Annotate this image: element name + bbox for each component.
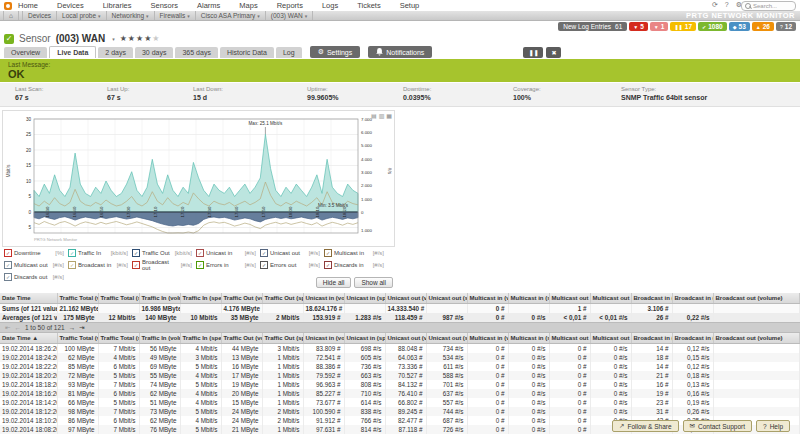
prtg-logo-icon[interactable] bbox=[4, 2, 12, 10]
column-header-traffic-in-volume[interactable]: Traffic In (volume) bbox=[139, 293, 180, 304]
menu-item-maps[interactable]: Maps bbox=[239, 1, 257, 10]
checkbox-multicast-in[interactable]: ✓ bbox=[324, 249, 332, 257]
column-header-multicast-out-volume[interactable]: Multicast out (volume) bbox=[549, 293, 590, 304]
column-header-unicast-out-volume[interactable]: Unicast out (volume) bbox=[385, 293, 426, 304]
column-header-unicast-out-speed[interactable]: Unicast out (speed) bbox=[426, 333, 467, 344]
tab-log[interactable]: Log bbox=[276, 47, 302, 58]
column-header-traffic-out-speed[interactable]: Traffic Out (speed) bbox=[262, 333, 303, 344]
breadcrumb-item-firewalls[interactable]: Firewalls▾ bbox=[155, 11, 196, 20]
column-header-traffic-out-speed[interactable]: Traffic Out (speed) bbox=[262, 293, 303, 304]
tab-2-days[interactable]: 2 days bbox=[98, 47, 133, 58]
priority-star[interactable]: ★ bbox=[128, 34, 136, 43]
refresh-icon[interactable]: ⟳ bbox=[712, 1, 718, 9]
next-page-button[interactable]: → bbox=[69, 324, 76, 331]
status-badge[interactable]: ?12 bbox=[776, 22, 796, 31]
first-page-button[interactable]: ⇤ bbox=[5, 324, 10, 332]
status-badge[interactable]: ◆53 bbox=[729, 22, 750, 31]
tab-overview[interactable]: Overview bbox=[4, 47, 47, 58]
priority-star[interactable]: ★ bbox=[120, 34, 128, 43]
column-header-multicast-out-speed[interactable]: Multicast out (speed) bbox=[590, 333, 631, 344]
popout-icon[interactable]: ▦ bbox=[386, 112, 392, 119]
column-header-multicast-in-speed[interactable]: Multicast in (speed) bbox=[508, 333, 549, 344]
column-header-traffic-in-speed[interactable]: Traffic In (speed) bbox=[180, 293, 221, 304]
checkbox-broadcast-out[interactable]: ✓ bbox=[132, 261, 140, 269]
column-header-unicast-in-speed[interactable]: Unicast in (speed) bbox=[344, 333, 385, 344]
tab-30-days[interactable]: 30 days bbox=[135, 47, 174, 58]
notifications-button[interactable]: Notifications bbox=[368, 46, 432, 58]
show-all-button[interactable]: Show all bbox=[354, 277, 393, 288]
new-log-entries-button[interactable]: New Log Entries 61 bbox=[558, 22, 627, 31]
breadcrumb-item-networking[interactable]: Networking▾ bbox=[107, 11, 155, 20]
column-header-multicast-in-volume[interactable]: Multicast in (volume) bbox=[467, 333, 508, 344]
status-badge[interactable]: ▲26 bbox=[752, 22, 774, 31]
column-header-traffic-total-speed[interactable]: Traffic Total (speed) bbox=[98, 293, 139, 304]
menu-item-sensors[interactable]: Sensors bbox=[150, 1, 178, 10]
chevron-down-icon[interactable]: ▾ bbox=[112, 36, 115, 42]
column-header-broadcast-in-volume[interactable]: Broadcast in (volume) bbox=[631, 293, 672, 304]
prev-page-button[interactable]: ← bbox=[14, 324, 21, 331]
breadcrumb-item-devices[interactable]: Devices bbox=[22, 11, 57, 20]
status-badge[interactable]: ✔1080 bbox=[698, 22, 727, 31]
priority-star[interactable]: ★ bbox=[136, 34, 144, 43]
column-header-broadcast-in-speed[interactable]: Broadcast in (speed) bbox=[672, 333, 713, 344]
follow-share-button[interactable]: ↗Follow & Share bbox=[612, 420, 679, 432]
menu-item-reports[interactable]: Reports bbox=[277, 1, 303, 10]
column-header-multicast-in-speed[interactable]: Multicast in (speed) bbox=[508, 293, 549, 304]
help-button[interactable]: ?Help bbox=[756, 420, 790, 432]
column-header-broadcast-out-volume[interactable]: Broadcast out (volume) bbox=[713, 293, 800, 304]
column-header-broadcast-in-speed[interactable]: Broadcast in (speed) bbox=[672, 293, 713, 304]
menu-item-home[interactable]: Home bbox=[18, 1, 38, 10]
breadcrumb-item-003-wan[interactable]: (003) WAN▾ bbox=[266, 11, 313, 20]
column-header-multicast-in-volume[interactable]: Multicast in (volume) bbox=[467, 293, 508, 304]
checkbox-unicast-in[interactable]: ✓ bbox=[196, 249, 204, 257]
column-header-multicast-out-volume[interactable]: Multicast out (volume) bbox=[549, 333, 590, 344]
column-header-broadcast-out-volume[interactable]: Broadcast out (volume) bbox=[713, 333, 800, 344]
column-header-traffic-total-volume[interactable]: Traffic Total (volume) bbox=[57, 293, 98, 304]
column-header-date-time[interactable]: Date Time ▲ bbox=[0, 333, 57, 344]
checkbox-multicast-out[interactable]: ✓ bbox=[4, 261, 12, 269]
menu-item-libraries[interactable]: Libraries bbox=[103, 1, 132, 10]
home-icon[interactable]: ⌂ bbox=[3, 11, 19, 20]
checkbox-errors-in[interactable]: ✓ bbox=[196, 261, 204, 269]
checkbox-discards-out[interactable]: ✓ bbox=[4, 273, 12, 281]
column-header-traffic-out-volume[interactable]: Traffic Out (volume) bbox=[221, 333, 262, 344]
column-header-date-time[interactable]: Date Time bbox=[0, 293, 57, 304]
live-graph[interactable]: 05101520253051.0002.0003.0004.0005.0006.… bbox=[3, 111, 392, 244]
column-header-unicast-in-volume[interactable]: Unicast in (volume) bbox=[303, 293, 344, 304]
status-badge[interactable]: ▼5 bbox=[629, 22, 648, 31]
help-icon[interactable]: ? bbox=[725, 1, 729, 9]
copy-icon[interactable]: ▥ bbox=[379, 112, 385, 119]
checkbox-discards-in[interactable]: ✓ bbox=[324, 261, 332, 269]
checkbox-traffic-out[interactable]: ✓ bbox=[132, 249, 140, 257]
column-header-broadcast-in-volume[interactable]: Broadcast in (volume) bbox=[631, 333, 672, 344]
column-header-traffic-in-speed[interactable]: Traffic In (speed) bbox=[180, 333, 221, 344]
tab-historic-data[interactable]: Historic Data bbox=[220, 47, 274, 58]
column-header-unicast-out-volume[interactable]: Unicast out (volume) bbox=[385, 333, 426, 344]
tab-365-days[interactable]: 365 days bbox=[175, 47, 217, 58]
priority-star[interactable]: ★ bbox=[152, 34, 160, 43]
print-icon[interactable]: ▤ bbox=[371, 112, 377, 119]
column-header-traffic-in-volume[interactable]: Traffic In (volume) bbox=[139, 333, 180, 344]
priority-stars[interactable]: ★★★★★ bbox=[120, 34, 161, 43]
column-header-traffic-total-speed[interactable]: Traffic Total (speed) bbox=[98, 333, 139, 344]
status-badge[interactable]: ❚❚17 bbox=[670, 22, 696, 31]
column-header-traffic-total-volume[interactable]: Traffic Total (volume) bbox=[57, 333, 98, 344]
tab-live-data[interactable]: Live Data bbox=[49, 46, 96, 58]
checkbox-downtime[interactable]: ✓ bbox=[4, 249, 12, 257]
menu-item-setup[interactable]: Setup bbox=[400, 1, 420, 10]
status-badge[interactable]: ▼1 bbox=[650, 22, 669, 31]
menu-item-devices[interactable]: Devices bbox=[57, 1, 84, 10]
menu-item-alarms[interactable]: Alarms bbox=[197, 1, 220, 10]
settings-button[interactable]: ⚙ Settings bbox=[310, 46, 361, 58]
column-header-multicast-out-speed[interactable]: Multicast out (speed) bbox=[590, 293, 631, 304]
column-header-traffic-out-volume[interactable]: Traffic Out (volume) bbox=[221, 293, 262, 304]
pause-button[interactable]: ❚❚ bbox=[523, 47, 543, 58]
contact-support-button[interactable]: ✉Contact Support bbox=[683, 420, 752, 432]
checkbox-errors-out[interactable]: ✓ bbox=[260, 261, 268, 269]
breadcrumb-item-local-probe[interactable]: Local probe▾ bbox=[57, 11, 107, 20]
checkbox-unicast-out[interactable]: ✓ bbox=[260, 249, 268, 257]
breadcrumb-item-cisco-asa-primary[interactable]: Cisco ASA Primary▾ bbox=[196, 11, 266, 20]
menu-item-tickets[interactable]: Tickets bbox=[357, 1, 380, 10]
search-input[interactable]: Search... bbox=[741, 1, 796, 11]
menu-item-logs[interactable]: Logs bbox=[322, 1, 338, 10]
